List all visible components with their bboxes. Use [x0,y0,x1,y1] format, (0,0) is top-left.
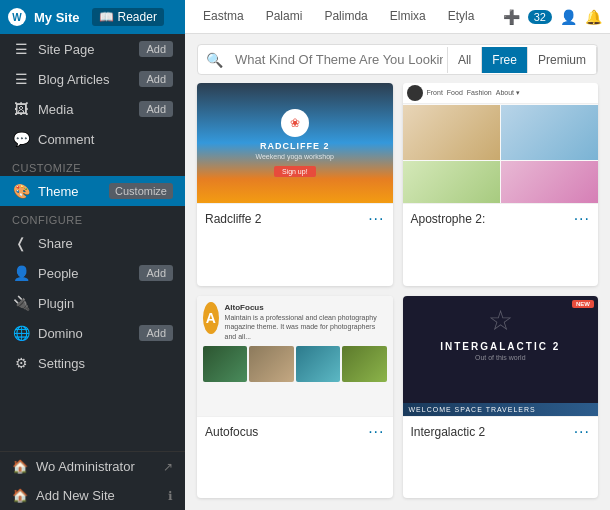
sidebar-item-media[interactable]: 🖼 Media Add [0,94,185,124]
new-badge: NEW [572,300,594,308]
autofocus-img2 [249,346,293,382]
radcliffe-footer: Radcliffe 2 ··· [197,203,393,234]
autofocus-img4 [342,346,386,382]
apostrophe-more-button[interactable]: ··· [574,210,590,228]
customize-section-label: Customize [0,154,185,176]
site-icon: W [8,8,26,26]
blog-icon: ☰ [12,71,30,87]
reader-icon: 📖 [99,10,114,24]
avatar-button[interactable]: 👤 [560,9,577,25]
tab-palami[interactable]: Palami [256,0,313,34]
apostrophe-nav: Front Food Fashion About ▾ [427,89,520,97]
radcliffe-logo: ❀ [281,109,309,137]
theme-card-intergalactic-2[interactable]: NEW ☆ INTERGALACTIC 2 Out of this world … [403,296,599,499]
share-label: Share [38,236,73,251]
sidebar-item-theme[interactable]: 🎨 Theme Customize [0,176,185,206]
radcliffe-preview-btn: Sign up! [274,166,316,177]
site-page-label: Site Page [38,42,94,57]
autofocus-avatar: A [203,302,219,334]
autofocus-footer: Autofocus ··· [197,416,393,447]
page-icon: ☰ [12,41,30,57]
sidebar-item-plugin[interactable]: 🔌 Plugin [0,288,185,318]
radcliffe-preview-subtitle: Weekend yoga workshop [256,153,334,160]
plugin-label: Plugin [38,296,74,311]
media-label: Media [38,102,73,117]
autofocus-img1 [203,346,247,382]
themes-grid: ❀ Radcliffe 2 Weekend yoga workshop Sign… [185,83,610,510]
intergalactic-star-icon: ☆ [488,304,513,337]
apostrophe-preview: Front Food Fashion About ▾ [403,83,599,203]
apostrophe-img4 [501,161,598,203]
add-new-site-item[interactable]: 🏠 Add New Site ℹ [0,481,185,510]
autofocus-img3 [296,346,340,382]
theme-customize-button[interactable]: Customize [109,183,173,199]
admin-icon: 🏠 [12,459,28,474]
intergalactic-banner-text: WELCOME SPACE TRAVELERS [409,406,593,413]
tab-etyla[interactable]: Etyla [438,0,485,34]
radcliffe-more-button[interactable]: ··· [368,210,384,228]
sidebar-item-domino[interactable]: 🌐 Domino Add [0,318,185,348]
site-name-label[interactable]: My Site [34,10,80,25]
settings-icon: ⚙ [12,355,30,371]
people-add-button[interactable]: Add [139,265,173,281]
site-page-add-button[interactable]: Add [139,41,173,57]
apostrophe-img1 [403,105,500,160]
top-tabs: Eastma Palami Palimda Elmixa Etyla ➕ 32 … [185,0,610,34]
blog-articles-add-button[interactable]: Add [139,71,173,87]
filter-all[interactable]: All [448,47,482,73]
theme-card-radcliffe-2[interactable]: ❀ Radcliffe 2 Weekend yoga workshop Sign… [197,83,393,286]
notifications-badge: 32 [528,10,552,24]
autofocus-preview: A AltoFocus Maintain is a professional a… [197,296,393,416]
reader-tab[interactable]: 📖 Reader [92,8,164,26]
sidebar-topbar: W My Site 📖 Reader [0,0,185,34]
sidebar-item-blog-articles[interactable]: ☰ Blog Articles Add [0,64,185,94]
sidebar-item-share[interactable]: ❬ Share [0,228,185,258]
sidebar-item-site-page[interactable]: ☰ Site Page Add [0,34,185,64]
autofocus-header: A AltoFocus Maintain is a professional a… [203,302,387,343]
filter-free[interactable]: Free [482,47,528,73]
theme-card-apostrophe-2[interactable]: Front Food Fashion About ▾ Apostrophe 2:… [403,83,599,286]
bell-icon-button[interactable]: 🔔 [585,9,602,25]
theme-icon: 🎨 [12,183,30,199]
sidebar: W My Site 📖 Reader ☰ Site Page Add ☰ Blo… [0,0,185,510]
radcliffe-name: Radcliffe 2 [205,212,368,226]
settings-label: Settings [38,356,85,371]
sidebar-item-people[interactable]: 👤 People Add [0,258,185,288]
apostrophe-logo [407,85,423,101]
media-add-button[interactable]: Add [139,101,173,117]
theme-label: Theme [38,184,78,199]
add-button[interactable]: ➕ [503,9,520,25]
search-icon: 🔍 [198,52,231,68]
domino-label: Domino [38,326,83,341]
tab-elmixa[interactable]: Elmixa [380,0,436,34]
tab-eastma[interactable]: Eastma [193,0,254,34]
notifications-button[interactable]: 32 [528,10,552,24]
sidebar-bottom: 🏠 Wo Administrator ↗ 🏠 Add New Site ℹ [0,451,185,510]
domino-add-button[interactable]: Add [139,325,173,341]
blog-articles-label: Blog Articles [38,72,110,87]
autofocus-images [203,346,387,382]
autofocus-more-button[interactable]: ··· [368,423,384,441]
intergalactic-banner: WELCOME SPACE TRAVELERS [403,403,599,416]
apostrophe-img3 [403,161,500,203]
configure-section-label: Configure [0,206,185,228]
intergalactic-sub: Out of this world [475,354,526,361]
search-input[interactable] [231,45,447,74]
media-icon: 🖼 [12,101,30,117]
add-new-site-label: Add New Site [36,488,115,503]
tab-palimda[interactable]: Palimda [314,0,377,34]
admin-item[interactable]: 🏠 Wo Administrator ↗ [0,452,185,481]
search-bar: 🔍 All Free Premium [197,44,598,75]
theme-card-autofocus[interactable]: A AltoFocus Maintain is a professional a… [197,296,393,499]
sidebar-item-settings[interactable]: ⚙ Settings [0,348,185,378]
intergalactic-more-button[interactable]: ··· [574,423,590,441]
radcliffe-preview-title: Radcliffe 2 [260,141,330,151]
main-content: Eastma Palami Palimda Elmixa Etyla ➕ 32 … [185,0,610,510]
admin-label: Wo Administrator [36,459,135,474]
people-label: People [38,266,78,281]
add-new-site-icon: 🏠 [12,488,28,503]
sidebar-item-comment[interactable]: 💬 Comment [0,124,185,154]
top-right-actions: ➕ 32 👤 🔔 [503,9,602,25]
filter-premium[interactable]: Premium [528,47,597,73]
external-link-icon: ↗ [163,460,173,474]
